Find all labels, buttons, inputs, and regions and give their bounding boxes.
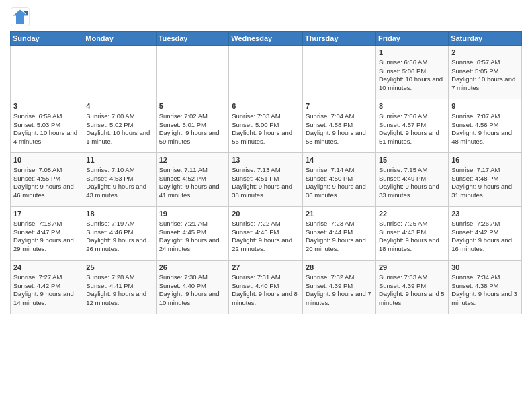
day-info: Sunrise: 7:21 AMSunset: 4:45 PMDaylight:… <box>159 220 226 254</box>
day-info: Sunrise: 6:59 AMSunset: 5:03 PMDaylight:… <box>13 112 80 146</box>
day-number: 16 <box>451 155 519 165</box>
calendar-header: SundayMondayTuesdayWednesdayThursdayFrid… <box>11 32 522 46</box>
day-info: Sunrise: 7:00 AMSunset: 5:02 PMDaylight:… <box>86 112 152 146</box>
calendar-cell: 4Sunrise: 7:00 AMSunset: 5:02 PMDaylight… <box>83 99 156 153</box>
day-info: Sunrise: 7:13 AMSunset: 4:51 PMDaylight:… <box>232 166 300 200</box>
day-info: Sunrise: 7:31 AMSunset: 4:40 PMDaylight:… <box>232 273 300 308</box>
calendar-cell: 12Sunrise: 7:11 AMSunset: 4:52 PMDayligh… <box>156 153 229 207</box>
day-number: 1 <box>379 48 445 58</box>
calendar-cell: 9Sunrise: 7:07 AMSunset: 4:56 PMDaylight… <box>449 99 522 153</box>
calendar-cell: 17Sunrise: 7:18 AMSunset: 4:47 PMDayligh… <box>11 207 83 261</box>
day-number: 11 <box>86 155 152 165</box>
logo-icon <box>10 7 30 27</box>
day-number: 7 <box>306 101 373 111</box>
logo <box>10 7 33 27</box>
header-cell-thursday: Thursday <box>302 32 375 46</box>
day-info: Sunrise: 7:02 AMSunset: 5:01 PMDaylight:… <box>159 112 226 146</box>
day-number: 24 <box>13 263 80 273</box>
day-number: 28 <box>306 263 373 273</box>
calendar-cell: 13Sunrise: 7:13 AMSunset: 4:51 PMDayligh… <box>229 153 303 207</box>
day-number: 19 <box>159 209 226 219</box>
day-info: Sunrise: 7:30 AMSunset: 4:40 PMDaylight:… <box>159 273 226 308</box>
day-number: 12 <box>159 155 226 165</box>
calendar-cell: 26Sunrise: 7:30 AMSunset: 4:40 PMDayligh… <box>156 261 229 314</box>
day-number: 5 <box>159 101 226 111</box>
calendar-cell: 14Sunrise: 7:14 AMSunset: 4:50 PMDayligh… <box>302 153 375 207</box>
calendar-cell: 11Sunrise: 7:10 AMSunset: 4:53 PMDayligh… <box>83 153 156 207</box>
day-info: Sunrise: 7:25 AMSunset: 4:43 PMDaylight:… <box>379 220 445 254</box>
calendar-cell: 23Sunrise: 7:26 AMSunset: 4:42 PMDayligh… <box>449 207 522 261</box>
calendar-cell: 20Sunrise: 7:22 AMSunset: 4:45 PMDayligh… <box>229 207 303 261</box>
day-number: 17 <box>13 209 80 219</box>
calendar-cell: 28Sunrise: 7:32 AMSunset: 4:39 PMDayligh… <box>302 261 375 314</box>
calendar-cell: 29Sunrise: 7:33 AMSunset: 4:39 PMDayligh… <box>375 261 448 314</box>
day-number: 9 <box>451 101 519 111</box>
day-info: Sunrise: 7:28 AMSunset: 4:41 PMDaylight:… <box>86 273 152 308</box>
day-number: 22 <box>379 209 445 219</box>
day-number: 26 <box>159 263 226 273</box>
calendar-cell: 25Sunrise: 7:28 AMSunset: 4:41 PMDayligh… <box>83 261 156 314</box>
day-info: Sunrise: 6:57 AMSunset: 5:05 PMDaylight:… <box>451 58 519 93</box>
day-info: Sunrise: 7:18 AMSunset: 4:47 PMDaylight:… <box>13 220 80 254</box>
calendar-cell: 2Sunrise: 6:57 AMSunset: 5:05 PMDaylight… <box>449 46 522 99</box>
day-number: 6 <box>232 101 300 111</box>
calendar-cell: 16Sunrise: 7:17 AMSunset: 4:48 PMDayligh… <box>449 153 522 207</box>
week-row-1: 3Sunrise: 6:59 AMSunset: 5:03 PMDaylight… <box>11 99 522 153</box>
calendar-cell <box>83 46 156 99</box>
header-cell-friday: Friday <box>375 32 448 46</box>
calendar-cell: 6Sunrise: 7:03 AMSunset: 5:00 PMDaylight… <box>229 99 303 153</box>
page: SundayMondayTuesdayWednesdayThursdayFrid… <box>0 0 532 411</box>
day-info: Sunrise: 7:07 AMSunset: 4:56 PMDaylight:… <box>451 112 519 146</box>
calendar-cell: 21Sunrise: 7:23 AMSunset: 4:44 PMDayligh… <box>302 207 375 261</box>
week-row-4: 24Sunrise: 7:27 AMSunset: 4:42 PMDayligh… <box>11 261 522 314</box>
calendar-body: 1Sunrise: 6:56 AMSunset: 5:06 PMDaylight… <box>11 46 522 314</box>
day-number: 27 <box>232 263 300 273</box>
day-info: Sunrise: 7:34 AMSunset: 4:38 PMDaylight:… <box>451 273 519 308</box>
calendar-cell: 10Sunrise: 7:08 AMSunset: 4:55 PMDayligh… <box>11 153 83 207</box>
calendar-cell: 22Sunrise: 7:25 AMSunset: 4:43 PMDayligh… <box>375 207 448 261</box>
day-number: 20 <box>232 209 300 219</box>
day-info: Sunrise: 7:22 AMSunset: 4:45 PMDaylight:… <box>232 220 300 254</box>
day-info: Sunrise: 7:19 AMSunset: 4:46 PMDaylight:… <box>86 220 152 254</box>
calendar-cell: 7Sunrise: 7:04 AMSunset: 4:58 PMDaylight… <box>302 99 375 153</box>
day-info: Sunrise: 7:11 AMSunset: 4:52 PMDaylight:… <box>159 166 226 200</box>
calendar-cell: 18Sunrise: 7:19 AMSunset: 4:46 PMDayligh… <box>83 207 156 261</box>
header-cell-sunday: Sunday <box>11 32 83 46</box>
day-info: Sunrise: 7:26 AMSunset: 4:42 PMDaylight:… <box>451 220 519 254</box>
week-row-2: 10Sunrise: 7:08 AMSunset: 4:55 PMDayligh… <box>11 153 522 207</box>
header-cell-saturday: Saturday <box>449 32 522 46</box>
calendar-cell: 30Sunrise: 7:34 AMSunset: 4:38 PMDayligh… <box>449 261 522 314</box>
calendar-cell: 19Sunrise: 7:21 AMSunset: 4:45 PMDayligh… <box>156 207 229 261</box>
week-row-0: 1Sunrise: 6:56 AMSunset: 5:06 PMDaylight… <box>11 46 522 99</box>
header <box>10 7 522 27</box>
calendar-cell: 15Sunrise: 7:15 AMSunset: 4:49 PMDayligh… <box>375 153 448 207</box>
calendar-cell: 24Sunrise: 7:27 AMSunset: 4:42 PMDayligh… <box>11 261 83 314</box>
day-number: 2 <box>451 48 519 58</box>
day-info: Sunrise: 7:32 AMSunset: 4:39 PMDaylight:… <box>306 273 373 308</box>
day-number: 14 <box>306 155 373 165</box>
day-number: 25 <box>86 263 152 273</box>
calendar-cell: 3Sunrise: 6:59 AMSunset: 5:03 PMDaylight… <box>11 99 83 153</box>
calendar-cell: 5Sunrise: 7:02 AMSunset: 5:01 PMDaylight… <box>156 99 229 153</box>
calendar-cell: 1Sunrise: 6:56 AMSunset: 5:06 PMDaylight… <box>375 46 448 99</box>
day-info: Sunrise: 7:14 AMSunset: 4:50 PMDaylight:… <box>306 166 373 200</box>
day-info: Sunrise: 7:17 AMSunset: 4:48 PMDaylight:… <box>451 166 519 200</box>
day-info: Sunrise: 6:56 AMSunset: 5:06 PMDaylight:… <box>379 58 445 93</box>
header-cell-monday: Monday <box>83 32 156 46</box>
calendar-cell <box>11 46 83 99</box>
day-number: 13 <box>232 155 300 165</box>
calendar-cell <box>156 46 229 99</box>
calendar-cell <box>229 46 303 99</box>
day-number: 3 <box>13 101 80 111</box>
day-number: 8 <box>379 101 445 111</box>
day-number: 15 <box>379 155 445 165</box>
day-number: 10 <box>13 155 80 165</box>
day-number: 21 <box>306 209 373 219</box>
header-cell-tuesday: Tuesday <box>156 32 229 46</box>
week-row-3: 17Sunrise: 7:18 AMSunset: 4:47 PMDayligh… <box>11 207 522 261</box>
day-number: 18 <box>86 209 152 219</box>
day-info: Sunrise: 7:23 AMSunset: 4:44 PMDaylight:… <box>306 220 373 254</box>
day-info: Sunrise: 7:03 AMSunset: 5:00 PMDaylight:… <box>232 112 300 146</box>
calendar-cell: 27Sunrise: 7:31 AMSunset: 4:40 PMDayligh… <box>229 261 303 314</box>
day-info: Sunrise: 7:10 AMSunset: 4:53 PMDaylight:… <box>86 166 152 200</box>
